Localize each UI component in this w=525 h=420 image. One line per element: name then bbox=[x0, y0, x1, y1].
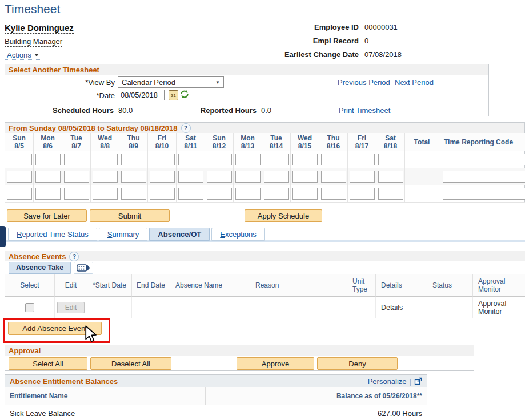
employee-name[interactable]: Kylie Dominguez bbox=[5, 23, 74, 34]
next-period-link[interactable]: Next Period bbox=[395, 78, 434, 87]
previous-period-link[interactable]: Previous Period bbox=[338, 78, 390, 87]
entitlement-balances-section: Absence Entitlement Balances Personalize… bbox=[5, 374, 427, 420]
grid-body bbox=[5, 151, 524, 203]
calendar-icon[interactable]: 31 bbox=[169, 90, 178, 100]
print-timesheet-link[interactable]: Print Timesheet bbox=[339, 106, 390, 115]
trc-column-header: Time Reporting Code bbox=[439, 133, 525, 151]
select-checkbox[interactable] bbox=[25, 303, 34, 312]
hours-input[interactable] bbox=[93, 171, 118, 183]
absence-events-header: Absence Events ? bbox=[5, 251, 525, 261]
deny-button[interactable]: Deny bbox=[317, 357, 398, 370]
approval-monitor-cell[interactable]: Approval Monitor bbox=[473, 297, 525, 318]
hours-input[interactable] bbox=[150, 171, 175, 183]
hours-input[interactable] bbox=[178, 188, 203, 200]
hours-input[interactable] bbox=[378, 188, 403, 200]
day-hours-cell bbox=[119, 168, 148, 185]
hours-input[interactable] bbox=[64, 188, 89, 200]
hours-input[interactable] bbox=[178, 171, 203, 183]
hours-input[interactable] bbox=[150, 188, 175, 200]
day-column-header: Thu8/16 bbox=[319, 133, 348, 151]
hours-input[interactable] bbox=[264, 154, 289, 165]
select-all-button[interactable]: Select All bbox=[9, 357, 87, 370]
hours-input[interactable] bbox=[378, 171, 403, 183]
personalize-link[interactable]: Personalize bbox=[368, 377, 407, 386]
trc-cell bbox=[439, 168, 525, 185]
trc-cell bbox=[439, 185, 525, 203]
tab-exceptions[interactable]: Exceptions bbox=[211, 228, 265, 241]
hours-input[interactable] bbox=[7, 188, 32, 200]
hours-input[interactable] bbox=[178, 154, 203, 165]
hours-input[interactable] bbox=[7, 154, 32, 165]
view-by-select[interactable]: Calendar Period ▼ bbox=[118, 76, 224, 88]
total-cell bbox=[405, 151, 439, 168]
scheduled-hours-value: 80.0 bbox=[118, 106, 133, 115]
hours-input[interactable] bbox=[350, 188, 375, 200]
time-reporting-code-input[interactable] bbox=[443, 154, 525, 165]
hours-input[interactable] bbox=[207, 154, 232, 165]
actions-dropdown[interactable]: Actions bbox=[5, 50, 41, 60]
help-icon[interactable]: ? bbox=[181, 123, 191, 133]
employee-job-title[interactable]: Building Manager bbox=[5, 37, 62, 47]
help-icon[interactable]: ? bbox=[69, 252, 79, 261]
date-input[interactable] bbox=[118, 90, 165, 100]
hours-input[interactable] bbox=[64, 154, 89, 165]
hours-input[interactable] bbox=[207, 188, 232, 200]
hours-input[interactable] bbox=[93, 188, 118, 200]
day-hours-cell bbox=[262, 151, 291, 168]
absence-column-header: Details bbox=[376, 274, 427, 297]
add-absence-event-button[interactable]: Add Absence Event bbox=[8, 322, 102, 335]
deselect-all-button[interactable]: Deselect All bbox=[90, 357, 171, 370]
hours-input[interactable] bbox=[292, 171, 318, 183]
day-hours-cell bbox=[234, 151, 262, 168]
time-reporting-code-input[interactable] bbox=[443, 171, 525, 183]
submit-button[interactable]: Submit bbox=[90, 209, 170, 222]
hours-input[interactable] bbox=[121, 188, 146, 200]
hours-input[interactable] bbox=[35, 171, 61, 183]
hours-input[interactable] bbox=[64, 171, 89, 183]
hours-input[interactable] bbox=[321, 171, 346, 183]
hours-input[interactable] bbox=[121, 154, 146, 165]
employee-info-value: 0 bbox=[364, 37, 368, 50]
absence-subtabs: Absence Take bbox=[9, 262, 93, 274]
edit-button[interactable]: Edit bbox=[57, 302, 85, 313]
time-reporting-code-input[interactable] bbox=[443, 188, 525, 200]
entitlement-rows: Sick Leave Balance627.00 Hours bbox=[5, 405, 427, 420]
refresh-icon[interactable] bbox=[180, 90, 189, 99]
hours-input[interactable] bbox=[35, 188, 61, 200]
hours-input[interactable] bbox=[150, 154, 175, 165]
approve-button[interactable]: Approve bbox=[237, 357, 314, 370]
hours-input[interactable] bbox=[235, 154, 261, 165]
hours-input[interactable] bbox=[350, 154, 375, 165]
total-cell bbox=[405, 185, 439, 203]
day-hours-cell bbox=[234, 168, 262, 185]
day-hours-cell bbox=[348, 168, 376, 185]
hours-input[interactable] bbox=[350, 171, 375, 183]
hours-input[interactable] bbox=[235, 171, 261, 183]
hours-input[interactable] bbox=[93, 154, 118, 165]
tab-summary[interactable]: Summary bbox=[99, 228, 148, 241]
tab-reported-time-status[interactable]: Reported Time Status bbox=[8, 228, 97, 241]
hours-input[interactable] bbox=[292, 188, 318, 200]
timesheet-grid-title: From Sunday 08/05/2018 to Saturday 08/18… bbox=[9, 124, 178, 132]
day-column-header: Sat8/11 bbox=[177, 133, 205, 151]
tab-absence-ot[interactable]: Absence/OT bbox=[149, 228, 210, 241]
side-panel-handle[interactable] bbox=[0, 226, 6, 247]
show-all-columns-button[interactable] bbox=[74, 262, 93, 274]
hours-input[interactable] bbox=[292, 154, 318, 165]
save-for-later-button[interactable]: Save for Later bbox=[7, 209, 87, 222]
hours-input[interactable] bbox=[264, 171, 289, 183]
hours-input[interactable] bbox=[321, 154, 346, 165]
hours-input[interactable] bbox=[264, 188, 289, 200]
apply-schedule-button[interactable]: Apply Schedule bbox=[245, 209, 322, 222]
hours-input[interactable] bbox=[321, 188, 346, 200]
hours-input[interactable] bbox=[7, 171, 32, 183]
day-hours-cell bbox=[319, 151, 348, 168]
hours-input[interactable] bbox=[378, 154, 403, 165]
hours-input[interactable] bbox=[235, 188, 261, 200]
popup-window-icon[interactable] bbox=[414, 377, 422, 385]
details-cell[interactable]: Details bbox=[376, 297, 427, 318]
hours-input[interactable] bbox=[121, 171, 146, 183]
hours-input[interactable] bbox=[207, 171, 232, 183]
hours-input[interactable] bbox=[35, 154, 61, 165]
tab-absence-take[interactable]: Absence Take bbox=[9, 262, 71, 274]
